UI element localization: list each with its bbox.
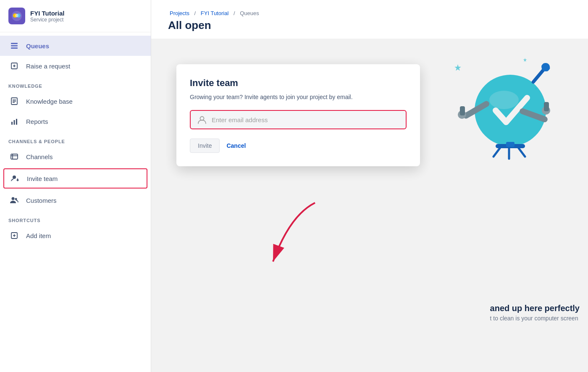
breadcrumb-sep1: / — [194, 10, 197, 16]
breadcrumb-projects[interactable]: Projects — [170, 10, 189, 16]
svg-point-24 — [12, 197, 15, 200]
invite-team-label: Invite team — [27, 175, 58, 182]
project-logo — [8, 8, 25, 24]
sidebar-item-add-item[interactable]: Add item — [0, 225, 151, 246]
sidebar: FYI Tutorial Service project Queues — [0, 0, 151, 372]
project-header[interactable]: FYI Tutorial Service project — [0, 0, 151, 32]
breadcrumb-sep2: / — [234, 10, 236, 16]
modal-actions: Invite Cancel — [190, 139, 407, 153]
breadcrumb: Projects / FYI Tutorial / Queues — [168, 10, 571, 16]
invite-button[interactable]: Invite — [190, 139, 220, 153]
sidebar-item-reports[interactable]: Reports — [0, 111, 151, 131]
svg-rect-6 — [11, 47, 18, 49]
breadcrumb-queues: Queues — [240, 10, 259, 16]
sidebar-navigation: Queues Raise a request KNOWLEDGE — [0, 32, 151, 249]
knowledge-base-icon — [8, 95, 20, 107]
person-icon — [197, 115, 207, 124]
svg-rect-4 — [11, 43, 18, 44]
sidebar-item-channels[interactable]: Channels — [0, 147, 151, 167]
invite-team-icon — [9, 173, 21, 184]
cancel-button[interactable]: Cancel — [226, 142, 246, 149]
sidebar-item-customers[interactable]: Customers — [0, 190, 151, 210]
svg-point-3 — [15, 14, 18, 17]
reports-label: Reports — [26, 118, 48, 125]
page-title: All open — [168, 19, 571, 32]
modal-title: Invite team — [190, 78, 407, 89]
svg-rect-17 — [11, 154, 18, 159]
sidebar-item-knowledge-base[interactable]: Knowledge base — [0, 91, 151, 111]
svg-rect-16 — [16, 119, 17, 125]
invite-team-modal: Invite team Growing your team? Invite ag… — [176, 64, 420, 166]
modal-description: Growing your team? Invite agents to join… — [190, 93, 407, 102]
email-input-wrapper[interactable] — [190, 110, 407, 129]
channels-icon — [8, 151, 20, 162]
raise-request-label: Raise a request — [26, 63, 70, 70]
svg-rect-5 — [11, 45, 18, 47]
reports-icon — [8, 115, 20, 127]
page-header: Projects / FYI Tutorial / Queues All ope… — [151, 0, 588, 39]
queues-icon — [8, 40, 20, 52]
add-item-label: Add item — [26, 232, 51, 239]
sidebar-item-invite-team[interactable]: Invite team — [3, 168, 147, 189]
knowledge-section-label: KNOWLEDGE — [0, 76, 151, 91]
sidebar-item-raise-request[interactable]: Raise a request — [0, 56, 151, 76]
page-body: aned up here perfectly t to clean is you… — [151, 39, 588, 372]
customers-label: Customers — [26, 197, 57, 204]
shortcuts-section-label: SHORTCUTS — [0, 210, 151, 225]
svg-rect-15 — [14, 120, 15, 125]
project-type: Service project — [30, 17, 64, 23]
sidebar-item-queues[interactable]: Queues — [0, 36, 151, 56]
queues-label: Queues — [26, 42, 49, 50]
add-item-icon — [8, 230, 20, 241]
raise-request-icon — [8, 60, 20, 72]
email-input[interactable] — [212, 116, 399, 123]
channels-people-section-label: CHANNELS & PEOPLE — [0, 131, 151, 147]
breadcrumb-fyi[interactable]: FYI Tutorial — [201, 10, 228, 16]
svg-rect-14 — [11, 122, 13, 125]
svg-point-20 — [13, 176, 16, 179]
project-name: FYI Tutorial — [30, 10, 64, 17]
svg-point-25 — [15, 198, 17, 200]
modal-overlay: Invite team Growing your team? Invite ag… — [151, 39, 588, 372]
channels-label: Channels — [26, 153, 52, 160]
knowledge-base-label: Knowledge base — [26, 98, 73, 105]
main-content: Projects / FYI Tutorial / Queues All ope… — [151, 0, 588, 372]
customers-icon — [8, 194, 20, 206]
